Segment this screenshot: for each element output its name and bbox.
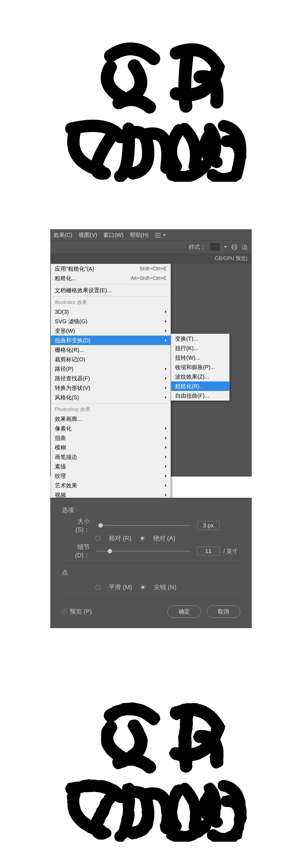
edge-label: 边 — [242, 243, 247, 251]
menu-separator — [53, 403, 169, 404]
submenu-arrow-icon — [165, 330, 167, 332]
detail-unit: / 英寸 — [223, 548, 240, 555]
corner-radio-label: 尖锐 (N) — [154, 583, 176, 591]
menu-item-sketch[interactable]: 素描 — [51, 462, 171, 471]
points-mode-row: 平滑 (M) 尖锐 (N) — [62, 581, 240, 593]
menubar-item-window[interactable]: 窗口(W) — [103, 231, 123, 239]
submenu-item-roughen[interactable]: 粗糙化(R)... — [171, 381, 229, 391]
ok-button[interactable]: 确定 — [168, 606, 201, 618]
submenu-arrow-icon — [165, 465, 167, 468]
menu-separator — [53, 296, 169, 297]
menubar-item-help[interactable]: 帮助(H) — [130, 231, 149, 239]
illustrator-window: 效果(C) 视图(V) 窗口(W) 帮助(H) 样式： 边 GB/GPU 预览)… — [50, 229, 252, 476]
submenu-arrow-icon — [165, 320, 167, 323]
custom-lettering-icon — [45, 36, 257, 182]
submenu-arrow-icon — [165, 377, 167, 380]
menu-item-crop-marks[interactable]: 裁剪标记(O) — [51, 354, 171, 364]
menu-item-3d[interactable]: 3D(3) — [51, 307, 171, 316]
shortcut-label: Alt+Shift+Ctrl+E — [130, 275, 167, 281]
arrange-dropdown-arrow[interactable] — [163, 234, 166, 236]
menu-item-convert-shape[interactable]: 转换为形状(V) — [51, 383, 171, 393]
arrange-docs-icon[interactable] — [155, 232, 161, 238]
relative-radio[interactable] — [95, 536, 100, 541]
menu-item-pathfinder[interactable]: 路径查找器(F) — [51, 374, 171, 383]
preview-checkbox[interactable] — [62, 609, 67, 614]
submenu-arrow-icon — [165, 386, 167, 389]
control-toolbar: 样式： 边 — [51, 241, 251, 253]
submenu-item-tweak[interactable]: 扭拧(K)... — [171, 343, 229, 353]
opacity-icon[interactable] — [231, 244, 237, 250]
menu-item-effect-gallery[interactable]: 效果画廊... — [51, 414, 171, 424]
absolute-radio[interactable] — [140, 536, 145, 541]
smooth-radio[interactable] — [95, 585, 100, 590]
menu-item-texture[interactable]: 纹理 — [51, 471, 171, 481]
size-row: 大小 (S)： 3 px — [62, 519, 240, 532]
submenu-arrow-icon — [165, 427, 167, 430]
submenu-arrow-icon — [165, 474, 167, 477]
menu-item-distort-transform[interactable]: 扭曲和变换(D) — [51, 336, 171, 345]
submenu-arrow-icon — [165, 446, 167, 449]
document-tabbar: GB/GPU 预览) — [51, 253, 251, 264]
submenu-arrow-icon — [165, 484, 167, 487]
menu-item-artistic[interactable]: 艺术效果 — [51, 481, 171, 490]
document-tab-label[interactable]: GB/GPU 预览) — [215, 255, 247, 262]
submenu-item-free-distort[interactable]: 自由扭曲(F)... — [171, 391, 229, 400]
relative-radio-label: 相对 (R) — [109, 534, 131, 542]
menu-header-photoshop: Photoshop 效果 — [51, 405, 171, 414]
menu-item-apply-last[interactable]: 应用"粗糙化"(A) Shift+Ctrl+E — [51, 264, 171, 274]
menu-item-pixelate[interactable]: 像素化 — [51, 424, 171, 433]
points-section-title: 点 — [62, 568, 240, 577]
options-section-title: 选项 — [62, 506, 240, 514]
detail-slider-knob[interactable] — [108, 549, 112, 553]
menubar-item-view[interactable]: 视图(V) — [79, 231, 97, 239]
size-value-field[interactable]: 3 px — [197, 521, 219, 530]
smooth-radio-label: 平滑 (M) — [109, 583, 132, 591]
submenu-item-pucker-bloat[interactable]: 收缩和膨胀(P)... — [171, 363, 229, 372]
dialog-separator — [62, 598, 240, 599]
graphic-style-swatch[interactable] — [211, 243, 219, 251]
preview-checkbox-label: 预览 (P) — [70, 608, 92, 616]
menu-item-rasterize[interactable]: 栅格化(R)... — [51, 345, 171, 354]
style-label: 样式： — [189, 243, 206, 251]
menubar-item-effects[interactable]: 效果(C) — [53, 231, 72, 239]
effects-menu: 应用"粗糙化"(A) Shift+Ctrl+E 粗糙化... Alt+Shift… — [51, 264, 171, 509]
submenu-arrow-icon — [165, 456, 167, 458]
menu-item-stylize[interactable]: 风格化(S) — [51, 393, 171, 402]
corner-radio[interactable] — [140, 585, 145, 590]
detail-value-field[interactable]: 11 — [197, 547, 219, 556]
menu-item-brush-strokes[interactable]: 画笔描边 — [51, 452, 171, 462]
menu-header-illustrator: Illustrator 效果 — [51, 298, 171, 307]
style-dropdown-icon[interactable] — [224, 246, 227, 248]
submenu-arrow-icon — [165, 494, 167, 496]
menu-item-roughen-last[interactable]: 粗糙化... Alt+Shift+Ctrl+E — [51, 274, 171, 283]
submenu-arrow-icon — [165, 396, 167, 399]
menu-item-blur[interactable]: 模糊 — [51, 443, 171, 452]
submenu-arrow-icon — [165, 367, 167, 370]
menu-item-path[interactable]: 路径(P) — [51, 364, 171, 374]
submenu-arrow-icon — [165, 339, 167, 342]
top-typography-art — [0, 11, 302, 207]
submenu-item-twist[interactable]: 扭转(W)... — [171, 353, 229, 363]
detail-slider[interactable] — [96, 551, 190, 552]
distort-transform-submenu: 变换(T)... 扭拧(K)... 扭转(W)... 收缩和膨胀(P)... 波… — [171, 334, 230, 401]
menu-item-distort-ps[interactable]: 扭曲 — [51, 433, 171, 443]
submenu-arrow-icon — [165, 310, 167, 313]
menu-item-warp[interactable]: 变形(W) — [51, 326, 171, 336]
app-menubar: 效果(C) 视图(V) 窗口(W) 帮助(H) — [51, 229, 251, 241]
canvas-area: 应用"粗糙化"(A) Shift+Ctrl+E 粗糙化... Alt+Shift… — [51, 264, 251, 476]
bottom-typography-art — [0, 671, 302, 867]
cancel-button[interactable]: 取消 — [207, 606, 240, 618]
submenu-arrow-icon — [165, 436, 167, 439]
detail-label: 细节 (D)： — [62, 543, 90, 560]
size-slider-knob[interactable] — [98, 523, 103, 528]
submenu-item-transform[interactable]: 变换(T)... — [171, 334, 229, 343]
menu-item-svg-filters[interactable]: SVG 滤镜(G) — [51, 316, 171, 326]
submenu-item-zigzag[interactable]: 波纹效果(Z)... — [171, 372, 229, 381]
detail-row: 细节 (D)： 11 / 英寸 — [62, 545, 240, 558]
menu-item-doc-raster-settings[interactable]: 文档栅格效果设置(E)... — [51, 285, 171, 295]
dialog-footer: 预览 (P) 确定 取消 — [62, 606, 240, 618]
roughen-dialog: 选项 大小 (S)： 3 px 相对 (R) 绝对 (A) 细节 (D)： 11… — [50, 498, 252, 628]
art-canvas — [45, 36, 257, 182]
size-slider[interactable] — [96, 525, 190, 526]
size-label: 大小 (S)： — [62, 517, 90, 534]
